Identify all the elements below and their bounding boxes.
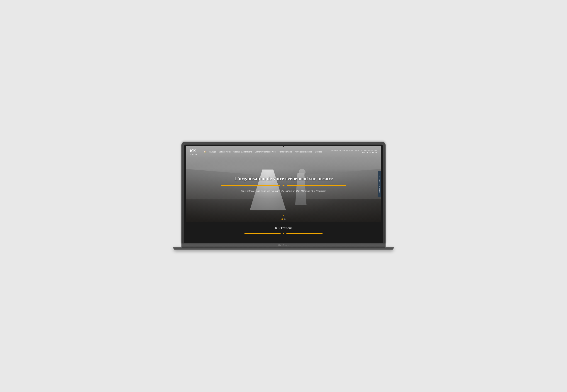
below-title: KS Traiteur [186,226,381,230]
below-line-left [245,233,281,234]
nav-mariage-link[interactable]: Mariage [209,151,216,153]
divider-line-right [287,185,346,186]
slider-dot-2[interactable] [284,218,286,220]
below-divider: ❧ [245,232,322,235]
nav-mariage-mixte-link[interactable]: Mariage mixte [219,151,231,153]
macbook-screen: KS traiteur 🏠 Mariage Mariage mixte C [186,146,381,241]
macbook-base [181,243,386,247]
nav-cocktail-link[interactable]: Cocktail & Animations [233,151,252,153]
macbook-bottom [173,247,394,250]
hero-subtitle: Nous intervenons dans les Bouches du Rhô… [205,190,362,192]
nav-gouters-link[interactable]: Goûters / Arbres de Noël [255,151,276,153]
macbook-frame: KS traiteur 🏠 Mariage Mariage mixte C [181,142,386,250]
nav-links: 🏠 Mariage Mariage mixte Cocktail & Anima… [204,151,331,153]
scene: KS traiteur 🏠 Mariage Mariage mixte C [181,142,386,250]
below-ornament: ❧ [282,232,285,235]
divider-ornament: ❧ [282,184,285,187]
logo-subtitle[interactable]: traiteur [189,153,199,155]
nav-contact-link[interactable]: Contact [315,151,322,153]
hero-content: L'organisation de votre événement sur me… [205,176,362,192]
below-fold-section: KS Traiteur ❧ [186,222,381,241]
logo-area: KS traiteur [189,148,199,155]
nav-galerie-link[interactable]: Notre galerie photos [295,151,312,153]
navbar: KS traiteur 🏠 Mariage Mariage mixte C [186,146,381,157]
hero-title: L'organisation de votre événement sur me… [205,176,362,182]
macbook-lid: KS traiteur 🏠 Mariage Mariage mixte C [181,142,386,243]
nav-home-link[interactable]: 🏠 [204,151,206,153]
logo-main[interactable]: KS [189,148,199,153]
hero-section: KS traiteur 🏠 Mariage Mariage mixte C [186,146,381,222]
slider-dots [281,218,286,220]
divider-line-left [221,185,280,186]
nav-right: TRAITEUR ORGANISATEUR DE RÉCEPTIONS 06 1… [331,150,378,154]
galerie-side-tab[interactable]: GALERIE PHOTOS [378,171,381,197]
below-line-right [286,233,322,234]
macbook-screen-border: KS traiteur 🏠 Mariage Mariage mixte C [184,145,383,243]
nav-phone[interactable]: 06 16 70 52 45 [362,151,378,154]
nav-remerciements-link[interactable]: Remerciements [279,151,292,153]
hero-divider: ❧ [221,184,346,187]
slider-dot-1[interactable] [281,218,283,220]
nav-tagline: TRAITEUR ORGANISATEUR DE RÉCEPTIONS [331,150,378,151]
website: KS traiteur 🏠 Mariage Mariage mixte C [186,146,381,241]
scroll-indicator[interactable] [282,213,285,217]
